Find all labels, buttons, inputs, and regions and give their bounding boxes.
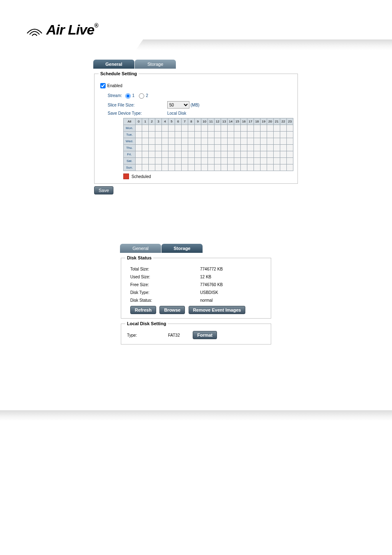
schedule-cell[interactable] [155, 158, 162, 164]
schedule-header-7[interactable]: 7 [182, 118, 188, 125]
schedule-cell[interactable] [195, 125, 201, 132]
schedule-cell[interactable] [149, 158, 155, 164]
schedule-cell[interactable] [234, 151, 241, 158]
schedule-cell[interactable] [261, 138, 267, 145]
schedule-cell[interactable] [247, 151, 254, 158]
schedule-cell[interactable] [267, 138, 274, 145]
schedule-cell[interactable] [136, 145, 142, 151]
schedule-cell[interactable] [241, 151, 247, 158]
schedule-cell[interactable] [274, 164, 280, 171]
schedule-cell[interactable] [261, 125, 267, 132]
schedule-cell[interactable] [162, 125, 168, 132]
schedule-cell[interactable] [149, 151, 155, 158]
schedule-cell[interactable] [182, 164, 188, 171]
schedule-cell[interactable] [234, 164, 241, 171]
schedule-cell[interactable] [188, 145, 195, 151]
schedule-cell[interactable] [274, 138, 280, 145]
schedule-cell[interactable] [247, 138, 254, 145]
schedule-cell[interactable] [175, 158, 182, 164]
schedule-cell[interactable] [182, 145, 188, 151]
schedule-cell[interactable] [274, 151, 280, 158]
schedule-cell[interactable] [188, 164, 195, 171]
schedule-cell[interactable] [221, 138, 228, 145]
schedule-cell[interactable] [214, 158, 221, 164]
schedule-cell[interactable] [287, 158, 293, 164]
schedule-header-20[interactable]: 20 [267, 118, 274, 125]
schedule-cell[interactable] [195, 164, 201, 171]
schedule-header-22[interactable]: 22 [280, 118, 287, 125]
schedule-cell[interactable] [182, 151, 188, 158]
format-button[interactable]: Format [193, 331, 217, 339]
schedule-cell[interactable] [267, 164, 274, 171]
schedule-cell[interactable] [254, 158, 261, 164]
schedule-cell[interactable] [214, 145, 221, 151]
schedule-cell[interactable] [168, 158, 175, 164]
schedule-cell[interactable] [247, 158, 254, 164]
schedule-day-thu[interactable]: Thu. [124, 145, 136, 151]
schedule-cell[interactable] [162, 151, 168, 158]
schedule-header-5[interactable]: 5 [168, 118, 175, 125]
schedule-cell[interactable] [241, 132, 247, 138]
schedule-cell[interactable] [188, 132, 195, 138]
schedule-cell[interactable] [155, 145, 162, 151]
schedule-header-9[interactable]: 9 [195, 118, 201, 125]
schedule-cell[interactable] [201, 151, 208, 158]
schedule-cell[interactable] [142, 164, 149, 171]
schedule-cell[interactable] [221, 125, 228, 132]
schedule-cell[interactable] [188, 151, 195, 158]
schedule-cell[interactable] [142, 158, 149, 164]
schedule-cell[interactable] [267, 158, 274, 164]
schedule-cell[interactable] [195, 145, 201, 151]
schedule-cell[interactable] [208, 151, 214, 158]
schedule-cell[interactable] [182, 125, 188, 132]
schedule-cell[interactable] [168, 164, 175, 171]
schedule-cell[interactable] [136, 151, 142, 158]
schedule-cell[interactable] [182, 158, 188, 164]
schedule-day-wed[interactable]: Wed. [124, 138, 136, 145]
schedule-cell[interactable] [221, 132, 228, 138]
schedule-cell[interactable] [175, 125, 182, 132]
schedule-cell[interactable] [168, 125, 175, 132]
schedule-cell[interactable] [221, 151, 228, 158]
tab-storage-2[interactable]: Storage [161, 244, 203, 253]
schedule-cell[interactable] [208, 132, 214, 138]
schedule-cell[interactable] [136, 132, 142, 138]
schedule-header-19[interactable]: 19 [261, 118, 267, 125]
schedule-cell[interactable] [195, 151, 201, 158]
schedule-cell[interactable] [162, 158, 168, 164]
schedule-header-8[interactable]: 8 [188, 118, 195, 125]
schedule-header-12[interactable]: 12 [214, 118, 221, 125]
schedule-cell[interactable] [168, 132, 175, 138]
tab-storage[interactable]: Storage [135, 60, 176, 69]
schedule-header-13[interactable]: 13 [221, 118, 228, 125]
save-button[interactable]: Save [94, 186, 113, 194]
schedule-cell[interactable] [287, 151, 293, 158]
schedule-cell[interactable] [234, 145, 241, 151]
schedule-cell[interactable] [287, 125, 293, 132]
schedule-cell[interactable] [228, 132, 234, 138]
stream-radio-2[interactable] [139, 93, 144, 99]
schedule-cell[interactable] [188, 138, 195, 145]
schedule-cell[interactable] [241, 158, 247, 164]
schedule-day-sat[interactable]: Sat. [124, 158, 136, 164]
schedule-cell[interactable] [234, 125, 241, 132]
schedule-cell[interactable] [241, 138, 247, 145]
schedule-cell[interactable] [201, 158, 208, 164]
schedule-header-1[interactable]: 1 [142, 118, 149, 125]
schedule-cell[interactable] [142, 125, 149, 132]
schedule-cell[interactable] [280, 158, 287, 164]
schedule-cell[interactable] [228, 145, 234, 151]
schedule-cell[interactable] [280, 164, 287, 171]
schedule-cell[interactable] [247, 125, 254, 132]
schedule-header-17[interactable]: 17 [247, 118, 254, 125]
schedule-cell[interactable] [261, 132, 267, 138]
schedule-cell[interactable] [280, 125, 287, 132]
schedule-cell[interactable] [261, 158, 267, 164]
schedule-cell[interactable] [149, 145, 155, 151]
schedule-cell[interactable] [228, 125, 234, 132]
schedule-cell[interactable] [287, 164, 293, 171]
schedule-cell[interactable] [287, 145, 293, 151]
schedule-cell[interactable] [136, 125, 142, 132]
schedule-cell[interactable] [155, 151, 162, 158]
schedule-day-tue[interactable]: Tue. [124, 132, 136, 138]
